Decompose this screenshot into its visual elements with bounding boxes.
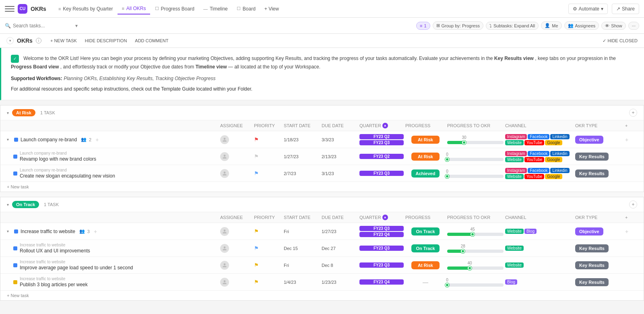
- col-progress-okr: PROGRESS TO OKR: [447, 215, 504, 220]
- channel-tags: Instagram Facebook Linkedin Website YouT…: [505, 134, 574, 145]
- search-icon: 🔍: [5, 23, 11, 29]
- due-date: 1/23/23: [322, 280, 358, 285]
- okr-type-badge: Key Results: [575, 153, 609, 161]
- top-nav: CU OKRs ≡ Key Results by Quarter ≡ All O…: [0, 0, 644, 18]
- channel-website: Website: [505, 157, 524, 162]
- okrs-section-header: ▾ OKRs i + NEW TASK HIDE DESCRIPTION ADD…: [0, 34, 644, 48]
- channel-instagram: Instagram: [505, 168, 527, 173]
- sort-icon[interactable]: ▲: [382, 215, 388, 220]
- info-icon[interactable]: i: [36, 38, 41, 43]
- add-comment-button[interactable]: ADD COMMENT: [132, 37, 171, 44]
- task-name[interactable]: Improve average page load speed to under…: [20, 265, 133, 271]
- task-name[interactable]: Create new slogan encapsulating new visi…: [20, 173, 115, 179]
- group-badge-at-risk: At Risk: [12, 109, 35, 116]
- priority-flag: ⚑: [254, 279, 282, 285]
- quarter-tag-1: FY23 Q3: [359, 246, 404, 251]
- due-date: 1/27/23: [322, 229, 358, 234]
- col-start-date: START DATE: [284, 215, 320, 220]
- task-name-wrap: Launch company re-brand Create new sloga…: [20, 168, 115, 179]
- assignee-avatar: [220, 227, 229, 236]
- tab-key-results-quarter[interactable]: ≡ Key Results by Quarter: [54, 3, 117, 14]
- share-icon: ↗: [616, 6, 620, 12]
- col-add[interactable]: +: [625, 215, 637, 220]
- quarter-tag-1: FY23 Q2: [359, 134, 404, 139]
- progress-bar-wrap: 0: [447, 283, 504, 287]
- description-text: ✓ Welcome to the OKR List! Here you can …: [11, 54, 634, 71]
- tab-progress-board[interactable]: ☐ Progress Board: [151, 3, 198, 14]
- okr-type-badge: Objective: [575, 136, 603, 144]
- expand-button[interactable]: ▾: [7, 229, 12, 233]
- tab-icon: ≡: [122, 6, 124, 11]
- task-name[interactable]: Publish 3 blog articles per week: [20, 282, 88, 287]
- group-collapse-btn[interactable]: ▾: [7, 202, 9, 207]
- new-task-button[interactable]: + New task: [0, 182, 644, 192]
- filter-me[interactable]: 👤 Me: [541, 21, 561, 30]
- add-column-button[interactable]: +: [625, 228, 637, 235]
- progress-bar: 30: [447, 135, 504, 144]
- filter-count[interactable]: ≡ 1: [416, 22, 430, 30]
- okr-type-badge: Objective: [575, 227, 603, 236]
- search-input[interactable]: [13, 23, 73, 29]
- col-progress: PROGRESS: [405, 123, 446, 128]
- sort-icon[interactable]: ▲: [382, 123, 388, 128]
- filter-show[interactable]: 👁 Show: [601, 22, 626, 30]
- add-column-button[interactable]: +: [625, 136, 637, 143]
- progress-bar: 40: [447, 261, 504, 270]
- task-name[interactable]: Increase traffic to website: [21, 229, 75, 234]
- hide-closed-button[interactable]: ✓ HIDE CLOSED: [603, 38, 638, 43]
- search-box[interactable]: 🔍 ▾: [5, 23, 413, 29]
- task-name[interactable]: Launch company re-brand: [21, 137, 77, 143]
- automate-button[interactable]: ⚙ Automate ▾: [568, 4, 608, 14]
- new-task-button-2[interactable]: + New task: [0, 291, 644, 300]
- table-row: Increase traffic to website Publish 3 bl…: [0, 274, 644, 291]
- group-badge-on-track: On Track: [12, 201, 39, 208]
- new-task-button[interactable]: + NEW TASK: [48, 37, 79, 44]
- channel-google: Google: [545, 157, 562, 162]
- share-button[interactable]: ↗ Share: [612, 4, 639, 14]
- column-headers: ASSIGNEE PRIORITY START DATE DUE DATE QU…: [0, 120, 644, 131]
- tab-timeline[interactable]: — Timeline: [199, 3, 232, 14]
- expand-button[interactable]: ▾: [7, 137, 12, 142]
- task-name[interactable]: Revamp logo with new brand colors: [20, 156, 96, 162]
- group-collapse-btn[interactable]: ▾: [7, 111, 9, 115]
- more-options-button[interactable]: ···: [628, 22, 639, 30]
- task-count-on-track: 1 TASK: [44, 202, 59, 207]
- progress-status: —: [405, 279, 446, 285]
- task-name-wrap: Increase traffic to website Publish 3 bl…: [20, 277, 88, 287]
- task-color-dot: [13, 155, 17, 159]
- hide-description-button[interactable]: HIDE DESCRIPTION: [83, 37, 130, 44]
- status-badge: At Risk: [411, 153, 440, 161]
- filter-assignees[interactable]: 👥 Assignees: [564, 21, 599, 30]
- task-name[interactable]: Rollout UX and UI improvements: [20, 248, 90, 254]
- col-add[interactable]: +: [625, 123, 637, 128]
- add-group-button[interactable]: +: [629, 109, 637, 117]
- priority-flag: ⚑: [254, 262, 282, 268]
- channel-linkedin: Linkedin: [550, 134, 569, 139]
- status-badge: On Track: [411, 244, 440, 252]
- okr-type-cell: Objective: [575, 136, 623, 144]
- filter-group-by[interactable]: ⊞ Group by: Progress: [433, 21, 483, 30]
- add-subtask-icon[interactable]: +: [94, 228, 97, 235]
- add-group-button[interactable]: +: [629, 200, 637, 209]
- quarter-tag-1: FY23 Q3: [359, 226, 404, 231]
- due-date: Dec 27: [322, 246, 358, 251]
- filter-subtasks[interactable]: ⤵ Subtasks: Expand All: [486, 22, 539, 30]
- start-date: 1/4/23: [284, 280, 320, 285]
- chevron-down-icon[interactable]: ▾: [75, 23, 78, 29]
- tab-board[interactable]: ☐ Board: [233, 3, 260, 14]
- assignee-avatar: [220, 135, 229, 144]
- task-color-dot: [13, 263, 17, 267]
- quarter-tags: FY23 Q2: [359, 154, 404, 159]
- tab-add-view[interactable]: + View: [260, 3, 283, 14]
- quarter-tags: FY23 Q4: [359, 279, 404, 285]
- hamburger-menu[interactable]: [5, 4, 14, 14]
- col-assignee: ASSIGNEE: [220, 215, 252, 220]
- task-name-cell: Increase traffic to website Improve aver…: [0, 260, 219, 271]
- col-start-date: START DATE: [284, 123, 320, 128]
- task-name-wrap: Launch company re-brand: [21, 137, 77, 143]
- tab-all-okrs[interactable]: ≡ All OKRs: [118, 3, 150, 14]
- okrs-collapse-btn[interactable]: ▾: [6, 37, 14, 44]
- add-subtask-icon[interactable]: +: [95, 136, 99, 143]
- task-name-wrap: Increase traffic to website: [21, 229, 75, 234]
- progress-bar-wrap: 0: [447, 175, 504, 178]
